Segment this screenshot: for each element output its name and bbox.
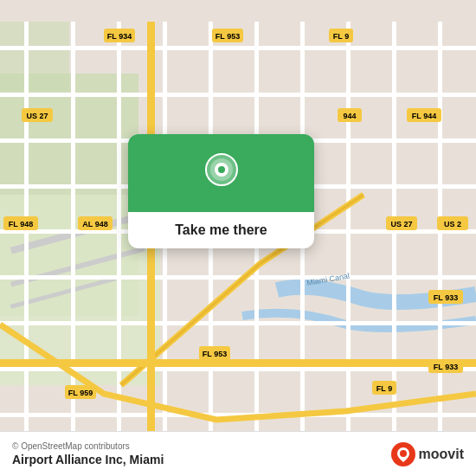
svg-rect-25 — [438, 22, 442, 454]
location-pin-icon — [201, 152, 242, 194]
location-name: Airport Alliance Inc, Miami — [12, 453, 164, 466]
svg-text:FL 944: FL 944 — [412, 112, 436, 120]
svg-text:US 27: US 27 — [390, 220, 412, 228]
svg-text:944: 944 — [343, 112, 356, 120]
popup-label[interactable]: Take me there — [128, 212, 314, 248]
svg-point-64 — [218, 166, 225, 173]
popup-card[interactable]: Take me there — [128, 134, 314, 248]
svg-text:FL 934: FL 934 — [107, 32, 132, 41]
map-container: US 27 FL 934 FL 953 FL 9 US 27 944 FL 94… — [0, 0, 476, 476]
svg-rect-16 — [24, 22, 29, 454]
moovit-text: moovit — [419, 447, 464, 462]
svg-rect-18 — [117, 22, 121, 454]
svg-text:AL 948: AL 948 — [82, 220, 107, 228]
svg-text:FL 9: FL 9 — [376, 384, 392, 393]
svg-text:FL 9: FL 9 — [333, 32, 349, 41]
svg-text:FL 933: FL 933 — [434, 363, 458, 371]
svg-rect-2 — [0, 22, 69, 91]
svg-text:FL 953: FL 953 — [215, 32, 240, 41]
popup-green-header — [128, 134, 314, 212]
svg-point-67 — [400, 450, 407, 457]
svg-text:FL 933: FL 933 — [434, 293, 458, 302]
svg-rect-26 — [0, 359, 476, 367]
attribution-text: © OpenStreetMap contributors — [12, 441, 164, 451]
bottom-bar: © OpenStreetMap contributors Airport All… — [0, 431, 476, 476]
svg-text:FL 953: FL 953 — [203, 350, 227, 358]
svg-text:US 27: US 27 — [26, 112, 48, 120]
moovit-logo[interactable]: moovit — [391, 442, 464, 466]
svg-rect-23 — [346, 22, 351, 454]
svg-text:FL 948: FL 948 — [9, 220, 33, 228]
moovit-icon — [391, 442, 415, 466]
svg-text:US 2: US 2 — [444, 220, 461, 228]
bottom-left: © OpenStreetMap contributors Airport All… — [12, 441, 164, 466]
svg-text:FL 959: FL 959 — [68, 389, 93, 397]
